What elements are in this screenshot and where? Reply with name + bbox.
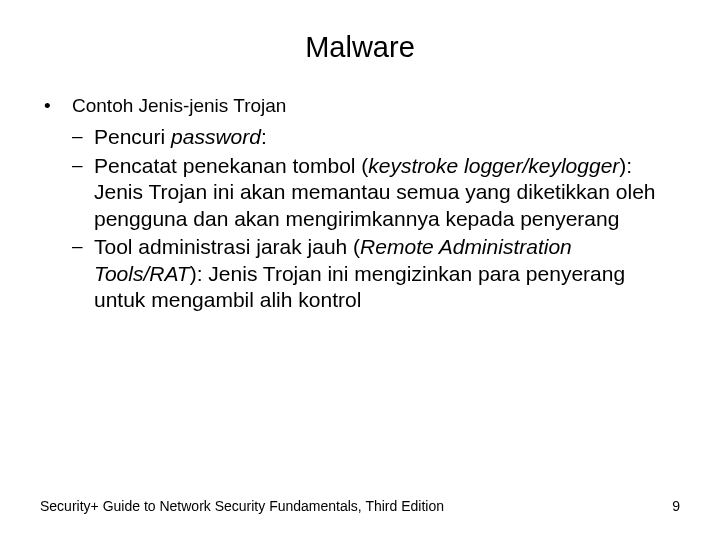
slide-content: • Contoh Jenis-jenis Trojan – Pencuri pa… bbox=[40, 94, 680, 313]
item-prefix: Tool administrasi jarak jauh ( bbox=[94, 235, 360, 258]
item-prefix: Pencatat penekanan tombol ( bbox=[94, 154, 368, 177]
list-item: – Tool administrasi jarak jauh (Remote A… bbox=[40, 234, 680, 313]
bullet-topic: • Contoh Jenis-jenis Trojan bbox=[40, 94, 680, 118]
slide: Malware • Contoh Jenis-jenis Trojan – Pe… bbox=[0, 0, 720, 540]
page-number: 9 bbox=[672, 498, 680, 514]
item-text: Pencuri password: bbox=[94, 124, 680, 150]
slide-footer: Security+ Guide to Network Security Fund… bbox=[40, 498, 680, 514]
footer-source: Security+ Guide to Network Security Fund… bbox=[40, 498, 444, 514]
dash-marker: – bbox=[72, 234, 94, 313]
item-prefix: Pencuri bbox=[94, 125, 171, 148]
bullet-text: Contoh Jenis-jenis Trojan bbox=[72, 94, 680, 118]
list-item: – Pencatat penekanan tombol (keystroke l… bbox=[40, 153, 680, 232]
list-item: – Pencuri password: bbox=[40, 124, 680, 150]
item-italic: keystroke logger/keylogger bbox=[368, 154, 619, 177]
dash-marker: – bbox=[72, 153, 94, 232]
dash-marker: – bbox=[72, 124, 94, 150]
slide-title: Malware bbox=[40, 31, 680, 64]
item-text: Pencatat penekanan tombol (keystroke log… bbox=[94, 153, 680, 232]
item-italic: password bbox=[171, 125, 261, 148]
bullet-marker: • bbox=[44, 94, 72, 118]
item-text: Tool administrasi jarak jauh (Remote Adm… bbox=[94, 234, 680, 313]
item-suffix: : bbox=[261, 125, 267, 148]
